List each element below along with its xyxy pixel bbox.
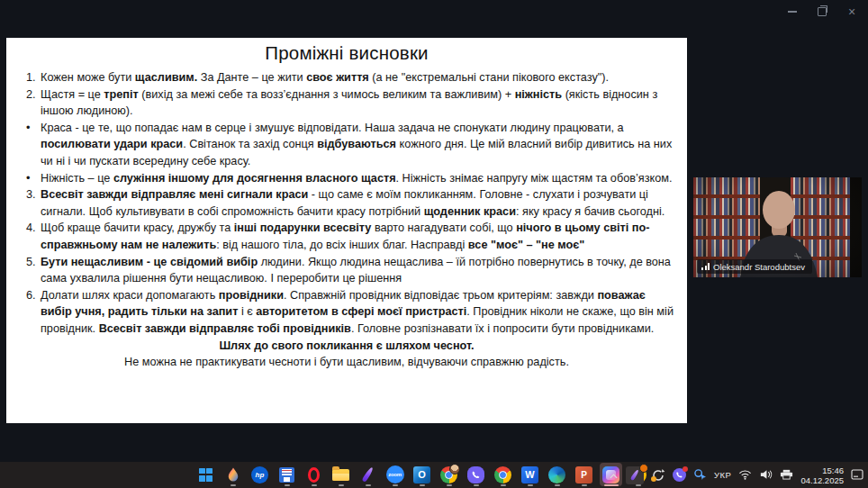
slide-item: •Ніжність – це служіння іншому для досяг… [26, 170, 676, 187]
viber-tray-icon[interactable] [673, 468, 686, 482]
restore-icon [818, 7, 827, 16]
sync-icon[interactable] [651, 468, 665, 483]
slide-footer: Шлях до свого покликання є шляхом чеснот… [6, 338, 687, 371]
taskbar-apps: hpzoomOWP [194, 463, 649, 487]
taskbar: hpzoomOWP УКР 15:46 04.12.2025 [0, 462, 868, 488]
time: 15:46 [800, 465, 844, 475]
opera-icon[interactable] [303, 463, 325, 486]
slide-footer-bold-line: Шлях до свого покликання є шляхом чеснот… [6, 338, 687, 355]
minimize-button[interactable] [785, 5, 800, 19]
date: 04.12.2025 [800, 475, 844, 485]
printer-icon[interactable] [780, 467, 793, 483]
close-icon: × [848, 5, 855, 19]
minimize-icon [788, 11, 797, 13]
word-icon[interactable]: W [519, 463, 541, 486]
restore-button[interactable] [815, 5, 829, 19]
slide-title: Проміжні висновки [6, 38, 687, 64]
messenger-tray-icon[interactable] [693, 467, 707, 483]
chrome-icon[interactable] [492, 463, 514, 486]
window-controls: × [785, 5, 859, 19]
close-button[interactable]: × [845, 5, 859, 19]
zoom-icon[interactable]: zoom [384, 463, 406, 486]
chair-shadow [850, 177, 862, 277]
viber-icon[interactable] [465, 463, 487, 486]
feather-app-icon[interactable] [357, 463, 379, 486]
slide-item: 2.Щастя = це трепіт (вихід за межі себе … [26, 86, 676, 120]
windows-start-icon[interactable] [194, 463, 217, 486]
shared-presentation-slide: Проміжні висновки 1.Кожен може бути щасл… [6, 38, 687, 423]
participant-video-thumbnail[interactable]: Oleksandr Starodubtsev [693, 177, 862, 277]
backup-icon[interactable] [276, 463, 298, 486]
slide-item: 1.Кожен може бути щасливим. За Данте – ц… [26, 69, 676, 86]
file-explorer-icon[interactable] [330, 463, 352, 486]
slide-footer-regular-line: Не можна не практикувати чесноти і бути … [6, 354, 687, 371]
hp-icon[interactable]: hp [249, 463, 271, 486]
wifi-icon[interactable] [738, 467, 752, 483]
slide-body: 1.Кожен може бути щасливим. За Данте – ц… [6, 64, 687, 338]
participant-name: Oleksandr Starodubtsev [713, 262, 805, 272]
edge-icon[interactable] [546, 463, 568, 486]
outlook-icon[interactable]: O [411, 463, 433, 486]
taskbar-clock[interactable]: 15:46 04.12.2025 [800, 465, 844, 485]
volume-icon[interactable] [759, 467, 773, 483]
notification-center-icon[interactable] [851, 467, 863, 483]
chrome-profile-icon[interactable] [438, 463, 460, 486]
slide-item: 5.Бути нещасливим - це свідомий вибір лю… [26, 254, 676, 287]
signal-bars-icon [701, 263, 710, 270]
hp-smart-icon[interactable] [222, 463, 244, 486]
slide-item: 3.Всесвіт завжди відправляє мені сигнали… [26, 186, 676, 220]
slide-item: •Краса - це те, що попадає нам в серце і… [26, 120, 676, 170]
powerpoint-icon[interactable]: P [573, 463, 595, 486]
chevron-up-icon[interactable] [609, 467, 619, 483]
language-indicator[interactable]: УКР [714, 470, 731, 480]
slide-item: 4.Щоб краще бачити красу, дружбу та інші… [26, 220, 676, 253]
participant-name-label: Oleksandr Starodubtsev [697, 259, 812, 274]
slide-item: 6.Долати шлях краси допомагають провідни… [26, 287, 676, 338]
